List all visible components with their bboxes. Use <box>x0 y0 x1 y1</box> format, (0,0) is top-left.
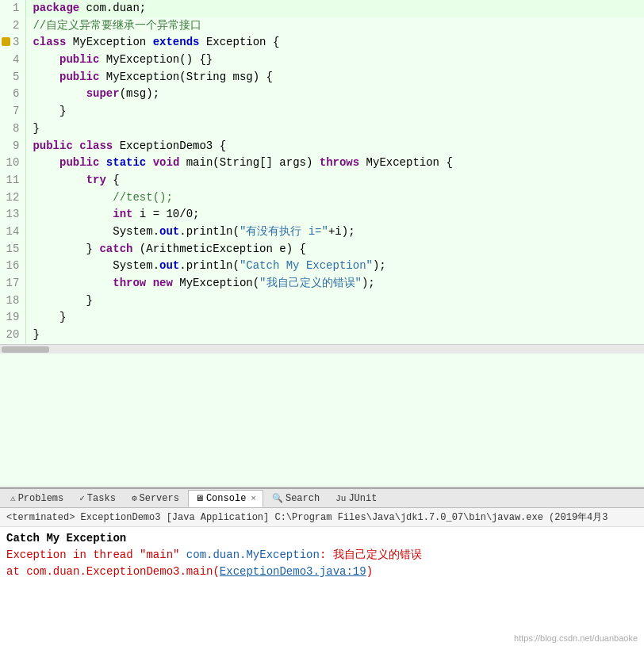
scroll-thumb[interactable] <box>2 346 49 353</box>
line-number: 5 <box>0 69 26 86</box>
console-line: Catch My Exception <box>6 530 638 547</box>
line-content: } <box>26 120 644 138</box>
token-cn: Exception <box>206 36 266 48</box>
console-header: <terminated> ExceptionDemo3 [Java Applic… <box>0 508 644 527</box>
table-row: 6 super(msg); <box>0 86 644 103</box>
line-content: public MyException() {} <box>26 52 644 69</box>
token-plain: msg) { <box>226 71 273 83</box>
tab-label: Tasks <box>87 493 116 504</box>
token-plain: ( <box>132 243 146 255</box>
line-number: 6 <box>0 86 26 103</box>
token-plain <box>33 277 113 289</box>
token-kw: class <box>79 140 113 152</box>
token-kw: int <box>113 208 132 220</box>
line-number: 19 <box>0 309 26 327</box>
console-content: <terminated> ExceptionDemo3 [Java Applic… <box>0 508 644 646</box>
line-content: throw new MyException("我自己定义的错误"); <box>26 275 644 292</box>
token-plain <box>33 259 113 272</box>
console-token-link[interactable]: ExceptionDemo3.java:19 <box>220 565 366 578</box>
table-row: 8} <box>0 120 644 138</box>
table-row: 1package com.duan; <box>0 0 644 17</box>
line-content: //test(); <box>26 189 644 207</box>
tab-label: Servers <box>140 493 179 504</box>
table-row: 2//自定义异常要继承一个异常接口 <box>0 17 644 35</box>
token-cn: MyException <box>106 71 179 83</box>
console-token-error: at com.duan.ExceptionDemo3.main( <box>6 565 220 578</box>
token-plain <box>113 140 119 152</box>
token-kw2: out <box>159 225 179 238</box>
line-number: 4 <box>0 52 26 69</box>
token-kw: void <box>153 156 180 169</box>
tab-console[interactable]: 🖥Console× <box>188 490 263 507</box>
token-kw: try <box>86 174 106 186</box>
line-number: 10 <box>0 155 26 172</box>
line-number: 14 <box>0 224 26 241</box>
token-plain <box>99 53 105 66</box>
line-number: 13 <box>0 206 26 224</box>
table-row: 15 } catch (ArithmeticException e) { <box>0 241 644 258</box>
token-plain <box>73 140 79 152</box>
token-plain <box>33 71 59 83</box>
token-plain: ( <box>253 277 259 289</box>
tab-label: Problems <box>18 493 64 504</box>
token-plain <box>199 36 205 48</box>
tab-close-icon[interactable]: × <box>251 494 256 503</box>
token-plain <box>33 225 113 238</box>
line-number: 9 <box>0 138 26 155</box>
token-plain: } <box>33 122 39 135</box>
console-line: at com.duan.ExceptionDemo3.main(Exceptio… <box>6 564 638 580</box>
line-content: package com.duan; <box>26 0 644 17</box>
token-plain <box>33 174 86 186</box>
token-plain: com.duan; <box>79 2 146 14</box>
token-plain: [] args) <box>259 156 320 169</box>
token-str: "Catch My Exception" <box>240 259 373 272</box>
token-cn: MyException <box>366 156 439 169</box>
scroll-area[interactable] <box>0 344 644 354</box>
token-kw: class <box>33 36 66 48</box>
token-kw: throws <box>320 156 359 169</box>
tab-problems[interactable]: ⚠Problems <box>3 490 71 507</box>
line-content: } <box>26 309 644 327</box>
table-row: 12 //test(); <box>0 189 644 207</box>
table-row: 9public class ExceptionDemo3 { <box>0 138 644 155</box>
token-cn: System <box>113 225 152 238</box>
token-plain: ); <box>373 259 386 272</box>
line-content: super(msg); <box>26 86 644 103</box>
bottom-panel: ⚠Problems✓Tasks⚙Servers🖥Console×🔍SearchJ… <box>0 487 644 646</box>
token-plain <box>146 36 152 48</box>
console-token-blue: com.duan.MyException <box>186 549 320 561</box>
line-number: 12 <box>0 189 26 207</box>
console-token-error: : 我自己定义的错误 <box>320 549 422 561</box>
token-plain: ); <box>362 277 375 289</box>
tab-icon-tasks: ✓ <box>79 493 85 503</box>
token-plain <box>33 87 86 100</box>
tab-search[interactable]: 🔍Search <box>265 490 327 507</box>
line-number: 1 <box>0 0 26 17</box>
token-str: "我自己定义的错误" <box>259 277 362 289</box>
token-plain <box>146 277 152 289</box>
tab-servers[interactable]: ⚙Servers <box>125 490 186 507</box>
table-row: 18 } <box>0 292 644 310</box>
line-marker-icon <box>2 37 10 46</box>
token-plain: ( <box>179 71 186 83</box>
token-plain: () {} <box>179 53 213 66</box>
token-plain: { <box>106 174 120 186</box>
tab-label: Console <box>206 493 246 504</box>
line-content: } <box>26 292 644 310</box>
token-plain: i = 10/0; <box>132 208 199 220</box>
tab-tasks[interactable]: ✓Tasks <box>72 490 123 507</box>
line-content: } <box>26 327 644 344</box>
table-row: 3class MyException extends Exception { <box>0 34 644 52</box>
table-row: 10 public static void main(String[] args… <box>0 155 644 172</box>
line-number: 8 <box>0 120 26 138</box>
code-editor: 1package com.duan;2//自定义异常要继承一个异常接口3clas… <box>0 0 644 487</box>
line-content: System.out.println("Catch My Exception")… <box>26 258 644 275</box>
token-str: "有没有执行 i=" <box>240 225 328 238</box>
line-number: 11 <box>0 172 26 189</box>
token-plain: { <box>439 156 453 169</box>
table-row: 16 System.out.println("Catch My Exceptio… <box>0 258 644 275</box>
token-plain: } <box>33 311 66 323</box>
tab-junit[interactable]: JuJUnit <box>328 490 384 507</box>
console-output: Catch My ExceptionException in thread "m… <box>0 527 644 646</box>
token-cn: ExceptionDemo3 <box>120 140 213 152</box>
